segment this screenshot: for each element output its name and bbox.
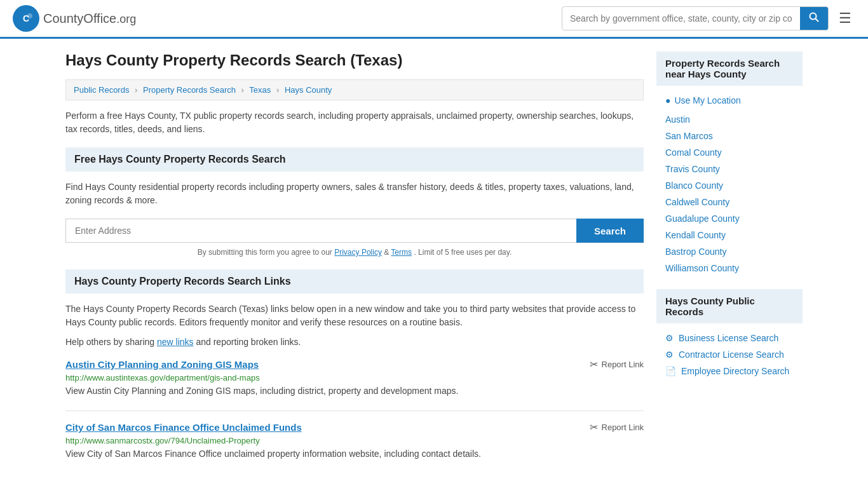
nearby-link-guadalupe: Guadalupe County (656, 210, 803, 227)
link-item-2-title[interactable]: City of San Marcos Finance Office Unclai… (65, 422, 302, 433)
address-search-wrap: Search By submitting this form you agree… (65, 219, 644, 257)
nearby-link-travis: Travis County (656, 161, 803, 177)
nearby-link-comal: Comal County (656, 144, 803, 161)
use-my-location-link[interactable]: Use My Location (674, 95, 740, 105)
nearby-link-bastrop: Bastrop County (656, 243, 803, 260)
menu-icon[interactable]: ☰ (835, 6, 855, 30)
breadcrumb-hays-county[interactable]: Hays County (285, 85, 332, 95)
link-item-1-header: Austin City Planning and Zoning GIS Maps… (65, 358, 644, 370)
logo-icon: C (13, 5, 39, 32)
link-item-2: City of San Marcos Finance Office Unclai… (65, 421, 644, 461)
svg-point-2 (27, 13, 32, 18)
terms-link[interactable]: Terms (391, 248, 412, 257)
report-icon-2: ✂ (590, 421, 598, 433)
public-records-section-header: Hays County Public Records (656, 289, 803, 323)
logo-text: CountyOffice.org (43, 11, 136, 26)
nearby-links-list: Austin San Marcos Comal County Travis Co… (656, 111, 803, 276)
public-records-contractor: ⚙ Contractor License Search (656, 346, 803, 363)
sidebar: Property Records Search near Hays County… (656, 51, 803, 473)
new-links-link[interactable]: new links (157, 337, 194, 347)
svg-point-3 (810, 13, 817, 20)
form-note: By submitting this form you agree to our… (65, 248, 644, 257)
report-link-2[interactable]: ✂ Report Link (590, 421, 644, 433)
link-item-2-header: City of San Marcos Finance Office Unclai… (65, 421, 644, 433)
public-records-business: ⚙ Business License Search (656, 330, 803, 346)
links-description: The Hays County Property Records Search … (65, 302, 644, 329)
breadcrumb-texas[interactable]: Texas (249, 85, 271, 95)
nearby-link-kendall: Kendall County (656, 227, 803, 243)
gear-icon-2: ⚙ (665, 349, 674, 360)
link-item-1-desc: View Austin City Planning and Zoning GIS… (65, 385, 644, 398)
header-right: ☰ (562, 6, 855, 30)
logo-suffix: .org (116, 13, 136, 25)
logo-name: CountyOffice (43, 11, 116, 25)
nearby-link-blanco: Blanco County (656, 177, 803, 194)
header-search-bar[interactable] (562, 6, 829, 30)
header-search-input[interactable] (562, 8, 800, 29)
nearby-link-austin: Austin (656, 111, 803, 128)
link-item-1-url: http://www.austintexas.gov/department/gi… (65, 373, 644, 383)
public-records-links-list: ⚙ Business License Search ⚙ Contractor L… (656, 330, 803, 379)
free-search-description: Find Hays County residential property re… (65, 180, 644, 207)
svg-line-4 (816, 19, 819, 22)
page-title: Hays County Property Records Search (Tex… (65, 51, 644, 69)
report-link-1[interactable]: ✂ Report Link (590, 358, 644, 370)
divider-1 (65, 410, 644, 411)
share-text: Help others by sharing new links and rep… (65, 337, 644, 347)
breadcrumb-property-records[interactable]: Property Records Search (143, 85, 236, 95)
link-item-1-title[interactable]: Austin City Planning and Zoning GIS Maps (65, 359, 259, 370)
privacy-policy-link[interactable]: Privacy Policy (334, 248, 382, 257)
main-container: Hays County Property Records Search (Tex… (53, 39, 815, 485)
location-pin-icon: ● (665, 95, 670, 105)
search-button[interactable]: Search (576, 219, 644, 243)
breadcrumb-public-records[interactable]: Public Records (74, 85, 129, 95)
address-search-form: Search (65, 219, 644, 243)
site-header: C CountyOffice.org ☰ (0, 0, 868, 39)
nearby-link-san-marcos: San Marcos (656, 128, 803, 144)
file-icon-1: 📄 (665, 366, 676, 376)
free-search-header: Free Hays County Property Records Search (65, 147, 644, 172)
nearby-link-williamson: Williamson County (656, 260, 803, 276)
breadcrumb: Public Records › Property Records Search… (65, 79, 644, 100)
address-input[interactable] (65, 219, 576, 243)
report-icon-1: ✂ (590, 358, 598, 370)
content-area: Hays County Property Records Search (Tex… (65, 51, 644, 473)
page-description: Perform a free Hays County, TX public pr… (65, 109, 644, 136)
link-item-1: Austin City Planning and Zoning GIS Maps… (65, 358, 644, 398)
nearby-link-caldwell: Caldwell County (656, 194, 803, 210)
use-my-location-item[interactable]: ● Use My Location (656, 92, 803, 109)
nearby-section-header: Property Records Search near Hays County (656, 51, 803, 86)
public-records-employee: 📄 Employee Directory Search (656, 363, 803, 379)
link-item-2-url: http://www.sanmarcostx.gov/794/Unclaimed… (65, 436, 644, 445)
header-search-button[interactable] (800, 7, 828, 30)
links-section-header: Hays County Property Records Search Link… (65, 269, 644, 294)
link-item-2-desc: View City of San Marcos Finance Office u… (65, 448, 644, 461)
logo-area[interactable]: C CountyOffice.org (13, 5, 136, 32)
links-section: Hays County Property Records Search Link… (65, 269, 644, 460)
gear-icon-1: ⚙ (665, 333, 674, 343)
